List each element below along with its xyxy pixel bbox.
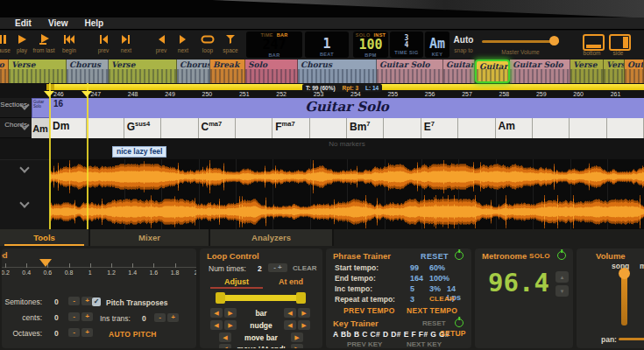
speed-slider-track[interactable] <box>2 267 196 268</box>
move-atend-left-button[interactable]: ◀ <box>219 344 231 348</box>
loop-start-line[interactable] <box>49 83 51 229</box>
phrase-power-icon[interactable] <box>455 251 464 260</box>
chord-cell[interactable] <box>533 118 570 138</box>
master-volume-slider[interactable] <box>482 40 559 43</box>
section-break[interactable]: Break <box>210 60 245 83</box>
section-verse[interactable]: Verse <box>604 60 625 83</box>
section-span-row[interactable]: 16 Guitar Solo <box>50 98 644 119</box>
bottom-panel-toggle-button[interactable] <box>583 34 605 51</box>
snap-to-control[interactable]: Auto snap to <box>450 35 477 53</box>
num-times-stepper[interactable]: - + <box>268 263 287 272</box>
tab-at-end[interactable]: At end <box>265 277 317 286</box>
auto-pitch-button[interactable]: AUTO PITCH <box>109 330 157 339</box>
loop-left-handle[interactable] <box>216 292 225 304</box>
move-atend-right-button[interactable]: ▶ <box>291 344 303 348</box>
pitch-minus-button[interactable]: - <box>68 328 80 337</box>
song-volume-knob[interactable] <box>619 268 630 279</box>
time-sig-display[interactable]: 34TIME SIG <box>390 32 423 58</box>
section-solo[interactable]: Solo <box>245 60 298 83</box>
chord-cell[interactable]: Gsus4 <box>124 118 161 138</box>
loop-start-marker-icon[interactable] <box>44 91 54 97</box>
next-tempo-button[interactable]: NEXT TEMPO <box>407 306 457 315</box>
chord-cell[interactable]: Dm <box>50 118 87 138</box>
key-reset-button[interactable]: RESET <box>422 319 446 327</box>
section-guitar-so[interactable]: Guitar So <box>443 60 475 83</box>
next-bar-button[interactable]: next <box>115 33 138 57</box>
tab-analyzers[interactable]: Analyzers <box>210 229 334 246</box>
next-button[interactable]: next <box>172 33 195 57</box>
chord-cell[interactable] <box>384 118 421 138</box>
prev-tempo-button[interactable]: PREV TEMPO <box>343 306 395 315</box>
section-chorus[interactable]: Chorus <box>298 60 377 83</box>
waveform-track-1[interactable] <box>50 159 644 195</box>
playhead-line[interactable] <box>87 83 88 229</box>
chord-cell[interactable] <box>236 118 272 138</box>
space-button[interactable]: space <box>219 33 242 57</box>
section-guitar-solo[interactable]: Guitar Solo <box>510 60 570 83</box>
nudge-right-b-button[interactable]: ▶ <box>298 320 310 330</box>
key-trainer-keys[interactable]: A Bb B C C# D D# E F F# G G# <box>333 330 449 339</box>
pitch-transposes-checkbox[interactable]: ✓ <box>92 298 101 306</box>
key-power-icon[interactable] <box>455 318 464 327</box>
nudge-left-a-button[interactable]: ◀ <box>210 320 223 330</box>
bar-ruler[interactable]: 2462472482492502512522532542552562572582… <box>0 83 644 99</box>
tab-adjust[interactable]: Adjust <box>210 277 263 289</box>
nudge-right-a-button[interactable]: ◀ <box>284 320 296 330</box>
loop-clear-button[interactable]: CLEAR <box>293 264 317 272</box>
move-bar-right-button[interactable]: ▶ <box>291 332 303 342</box>
side-panel-toggle-button[interactable] <box>609 34 631 51</box>
bar-left-coarse-button[interactable]: ◀ <box>210 308 223 318</box>
metronome-down-button[interactable]: ▾ <box>556 285 569 297</box>
move-bar-left-button[interactable]: ◀ <box>219 332 231 342</box>
waveform-canvas-2[interactable] <box>50 194 644 229</box>
menu-item-view[interactable]: View <box>48 18 68 28</box>
section-verse[interactable]: Verse <box>109 60 177 83</box>
beat-display[interactable]: 1BEAT <box>305 32 349 58</box>
tab-mixer[interactable]: Mixer <box>90 229 210 246</box>
play-button[interactable]: play <box>11 33 33 57</box>
prev-bar-button[interactable]: prev <box>92 33 115 57</box>
bar-display[interactable]: TIMEBAR247BAR <box>246 32 302 58</box>
chord-cell[interactable] <box>310 118 347 138</box>
begin-button[interactable]: begin <box>58 33 81 57</box>
menu-item-help[interactable]: Help <box>85 18 104 28</box>
current-chord-cell[interactable]: Am <box>32 118 50 138</box>
bpm-display[interactable]: SOLOINST100BPM <box>353 32 388 58</box>
pitch-minus-button[interactable]: - <box>68 297 80 305</box>
speed-slider-handle[interactable] <box>39 259 52 267</box>
tab-tools[interactable]: Tools <box>0 229 90 246</box>
playhead-marker-icon[interactable] <box>81 91 92 97</box>
chord-cell[interactable]: Cma7 <box>199 118 236 138</box>
marker-row[interactable]: No markers nice lazy feel <box>0 138 644 160</box>
chevron-down-icon[interactable] <box>19 198 29 207</box>
pitch-minus-button[interactable]: - <box>68 312 80 321</box>
section-chorus[interactable]: Chorus <box>177 60 210 83</box>
section-intro[interactable]: Intro <box>0 60 9 83</box>
key-setup-button[interactable]: SETUP <box>440 329 466 338</box>
phrase-reset-button[interactable]: RESET <box>421 252 449 261</box>
chord-cell[interactable]: Fma7 <box>272 118 309 138</box>
section-outro[interactable]: Outro <box>625 60 644 83</box>
annotation-chip[interactable]: nice lazy feel <box>112 146 166 158</box>
pan-slider[interactable] <box>619 338 644 340</box>
chord-cell[interactable] <box>570 118 606 138</box>
pitch-plus-button[interactable]: + <box>81 328 93 337</box>
bar-right-fine-button[interactable]: ◀ <box>284 308 296 318</box>
prev-button[interactable]: prev <box>150 33 173 57</box>
chord-cell[interactable]: Am <box>496 118 533 138</box>
metronome-solo-button[interactable]: SOLO <box>529 252 550 260</box>
menu-item-edit[interactable]: Edit <box>15 18 32 28</box>
from-last-button[interactable]: from last <box>32 33 55 57</box>
chevron-down-icon[interactable] <box>19 163 29 172</box>
song-volume-slider[interactable] <box>621 273 627 326</box>
sidebar-mini-section-cell[interactable]: Guitar Solo <box>32 98 50 118</box>
nudge-left-b-button[interactable]: ▶ <box>224 320 237 330</box>
metronome-power-icon[interactable] <box>557 251 566 260</box>
ins-trans-minus-button[interactable]: - <box>154 313 166 322</box>
metronome-up-button[interactable]: ▴ <box>556 271 569 283</box>
pitch-plus-button[interactable]: + <box>81 312 93 321</box>
bar-left-fine-button[interactable]: ▶ <box>224 308 237 318</box>
phrase-clear-button[interactable]: CLEAR <box>429 295 455 303</box>
chord-cell[interactable] <box>607 118 644 138</box>
waveform-canvas-1[interactable] <box>50 159 644 194</box>
